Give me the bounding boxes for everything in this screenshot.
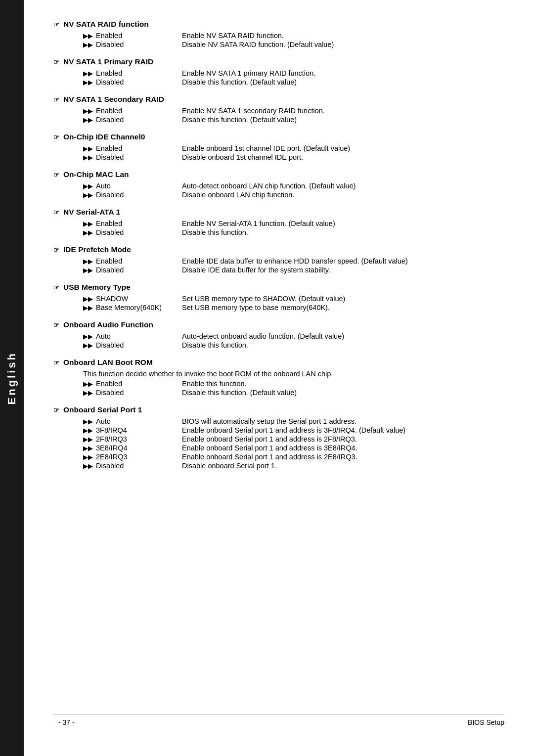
option-row: ▶▶DisabledDisable this function. (Defaul…: [83, 78, 504, 86]
bullet-icon: ▶▶: [83, 436, 93, 443]
section-title-text: NV SATA 1 Secondary RAID: [63, 95, 164, 104]
option-key: ▶▶Disabled: [83, 228, 182, 236]
bullet-icon: ▶▶: [83, 229, 93, 236]
option-key: ▶▶Auto: [83, 182, 182, 190]
section-title-nv-serial-ata: ☞NV Serial-ATA 1: [53, 208, 504, 217]
bullet-icon: ▶▶: [83, 154, 93, 161]
option-row: ▶▶Base Memory(640K)Set USB memory type t…: [83, 304, 504, 311]
section-onboard-audio: ☞Onboard Audio Function▶▶AutoAuto-detect…: [53, 320, 504, 349]
section-title-ide-prefetch: ☞IDE Prefetch Mode: [53, 245, 504, 254]
bullet-icon: ▶▶: [83, 107, 93, 115]
option-desc-text: Enable onboard Serial port 1 and address…: [182, 426, 504, 434]
option-row: ▶▶EnabledEnable this function.: [83, 380, 504, 388]
option-row: ▶▶EnabledEnable NV SATA 1 secondary RAID…: [83, 107, 504, 115]
option-key-text: Disabled: [96, 389, 124, 397]
option-key: ▶▶2F8/IRQ3: [83, 435, 182, 443]
main-content: ☞NV SATA RAID function▶▶EnabledEnable NV…: [24, 0, 534, 756]
option-key-text: 3F8/IRQ4: [96, 426, 127, 434]
option-desc-text: Disable this function. (Default value): [182, 389, 504, 397]
option-key-text: Enabled: [96, 380, 122, 388]
option-row: ▶▶DisabledDisable onboard Serial port 1.: [83, 462, 504, 470]
option-key: ▶▶Enabled: [83, 144, 182, 152]
option-key-text: Base Memory(640K): [96, 304, 162, 311]
option-key-text: Enabled: [96, 69, 122, 77]
option-desc-text: Disable onboard Serial port 1.: [182, 462, 504, 470]
bullet-icon: ▶▶: [83, 333, 93, 340]
section-nv-serial-ata: ☞NV Serial-ATA 1▶▶EnabledEnable NV Seria…: [53, 208, 504, 236]
option-key: ▶▶Enabled: [83, 69, 182, 77]
option-desc-text: Enable NV SATA RAID function.: [182, 32, 504, 40]
option-key: ▶▶Disabled: [83, 116, 182, 124]
option-row: ▶▶DisabledDisable this function. (Defaul…: [83, 116, 504, 124]
section-nv-sata-raid: ☞NV SATA RAID function▶▶EnabledEnable NV…: [53, 20, 504, 48]
option-row: ▶▶DisabledDisable NV SATA RAID function.…: [83, 41, 504, 48]
option-key: ▶▶Enabled: [83, 380, 182, 388]
section-on-chip-mac: ☞On-Chip MAC Lan▶▶AutoAuto-detect onboar…: [53, 170, 504, 199]
option-desc-text: Disable onboard LAN chip function.: [182, 191, 504, 199]
option-desc-text: Auto-detect onboard LAN chip function. (…: [182, 182, 504, 190]
bullet-icon: ▶▶: [83, 116, 93, 124]
option-key: ▶▶Enabled: [83, 220, 182, 227]
option-row: ▶▶EnabledEnable NV Serial-ATA 1 function…: [83, 220, 504, 227]
option-key: ▶▶3E8/IRQ4: [83, 444, 182, 452]
section-arrow-icon: ☞: [53, 246, 59, 254]
section-title-text: On-Chip IDE Channel0: [63, 133, 145, 141]
bullet-icon: ▶▶: [83, 41, 93, 48]
option-key: ▶▶Disabled: [83, 266, 182, 274]
section-onboard-lan-boot: ☞Onboard LAN Boot ROMThis function decid…: [53, 358, 504, 397]
option-key: ▶▶Disabled: [83, 389, 182, 397]
option-key: ▶▶Auto: [83, 417, 182, 425]
section-title-nv-sata-secondary: ☞NV SATA 1 Secondary RAID: [53, 95, 504, 104]
section-title-text: Onboard LAN Boot ROM: [63, 358, 153, 367]
option-desc-text: Set USB memory type to SHADOW. (Default …: [182, 295, 504, 303]
option-key: ▶▶3F8/IRQ4: [83, 426, 182, 434]
option-row: ▶▶DisabledDisable this function.: [83, 228, 504, 236]
option-key: ▶▶Enabled: [83, 257, 182, 265]
option-row: ▶▶AutoBIOS will automatically setup the …: [83, 417, 504, 425]
option-key-text: Disabled: [96, 228, 124, 236]
option-key-text: Enabled: [96, 144, 122, 152]
option-desc-text: Disable this function. (Default value): [182, 116, 504, 124]
section-title-on-chip-mac: ☞On-Chip MAC Lan: [53, 170, 504, 179]
bullet-icon: ▶▶: [83, 304, 93, 311]
section-arrow-icon: ☞: [53, 406, 59, 414]
option-desc-text: Auto-detect onboard audio function. (Def…: [182, 332, 504, 340]
option-desc-text: Disable IDE data buffer for the system s…: [182, 266, 504, 274]
option-row: ▶▶DisabledDisable onboard LAN chip funct…: [83, 191, 504, 199]
option-key-text: Disabled: [96, 41, 124, 48]
bullet-icon: ▶▶: [83, 79, 93, 86]
section-title-onboard-lan-boot: ☞Onboard LAN Boot ROM: [53, 358, 504, 367]
option-desc-text: Enable onboard 1st channel IDE port. (De…: [182, 144, 504, 152]
option-row: ▶▶2F8/IRQ3Enable onboard Serial port 1 a…: [83, 435, 504, 443]
option-row: ▶▶DisabledDisable this function. (Defaul…: [83, 389, 504, 397]
section-arrow-icon: ☞: [53, 321, 59, 329]
bullet-icon: ▶▶: [83, 70, 93, 77]
section-title-usb-memory-type: ☞USB Memory Type: [53, 283, 504, 292]
bullet-icon: ▶▶: [83, 32, 93, 40]
content-area: ☞NV SATA RAID function▶▶EnabledEnable NV…: [53, 20, 504, 704]
section-title-text: NV Serial-ATA 1: [63, 208, 120, 217]
section-arrow-icon: ☞: [53, 58, 59, 66]
option-key-text: Disabled: [96, 153, 124, 161]
option-key-text: Disabled: [96, 78, 124, 86]
bullet-icon: ▶▶: [83, 267, 93, 274]
option-key-text: Disabled: [96, 341, 124, 349]
option-key-text: 3E8/IRQ4: [96, 444, 128, 452]
option-desc-text: Enable onboard Serial port 1 and address…: [182, 453, 504, 461]
option-key: ▶▶Disabled: [83, 153, 182, 161]
option-key-text: Auto: [96, 182, 111, 190]
bullet-icon: ▶▶: [83, 427, 93, 434]
section-on-chip-ide: ☞On-Chip IDE Channel0▶▶EnabledEnable onb…: [53, 133, 504, 161]
option-desc-text: BIOS will automatically setup the Serial…: [182, 417, 504, 425]
option-row: ▶▶DisabledDisable IDE data buffer for th…: [83, 266, 504, 274]
section-arrow-icon: ☞: [53, 284, 59, 291]
section-title-text: IDE Prefetch Mode: [63, 245, 131, 254]
option-row: ▶▶3F8/IRQ4Enable onboard Serial port 1 a…: [83, 426, 504, 434]
option-key-text: Disabled: [96, 116, 124, 124]
section-title-on-chip-ide: ☞On-Chip IDE Channel0: [53, 133, 504, 141]
option-row: ▶▶EnabledEnable IDE data buffer to enhan…: [83, 257, 504, 265]
bullet-icon: ▶▶: [83, 380, 93, 388]
option-key: ▶▶Base Memory(640K): [83, 304, 182, 311]
option-key: ▶▶Disabled: [83, 191, 182, 199]
option-row: ▶▶AutoAuto-detect onboard LAN chip funct…: [83, 182, 504, 190]
